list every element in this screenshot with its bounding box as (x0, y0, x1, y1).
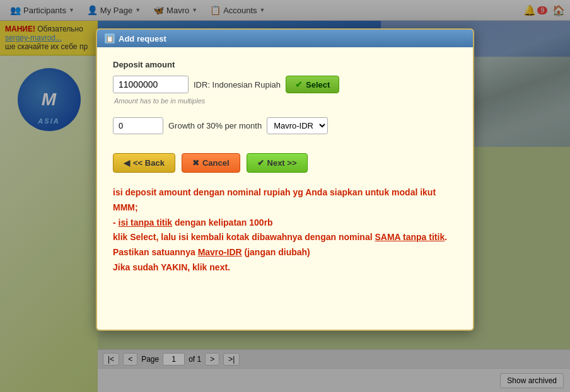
modal-title: Add request (119, 34, 166, 43)
next-button[interactable]: ✔ Next >> (247, 153, 308, 173)
deposit-row: IDR: Indonesian Rupiah ✔ Select (113, 76, 457, 93)
instruction-line-3: klik Select, lalu isi kembali kotak diba… (113, 232, 447, 242)
instruction-line-5: Jika sudah YAKIN, klik next. (113, 262, 230, 272)
currency-label: IDR: Indonesian Rupiah (194, 80, 281, 89)
cancel-icon: ✖ (192, 158, 199, 168)
action-buttons: ◀ << Back ✖ Cancel ✔ Next >> (113, 153, 457, 173)
modal-title-bar: 📋 Add request (97, 30, 473, 47)
instruction-area: isi deposit amount dengan nominal rupiah… (113, 185, 457, 275)
modal-title-icon: 📋 (105, 33, 115, 43)
instruction-line-1: isi deposit amount dengan nominal rupiah… (113, 187, 436, 212)
cancel-label: Cancel (202, 158, 230, 168)
checkmark-icon: ✔ (295, 79, 303, 89)
back-label: << Back (133, 158, 165, 168)
growth-row: Growth of 30% per month Mavro-IDR (113, 117, 457, 134)
deposit-label: Deposit amount (113, 60, 457, 69)
growth-input[interactable] (113, 117, 163, 134)
instruction-line-2: - isi tanpa titik dengan kelipatan 100rb (113, 217, 273, 228)
modal-body: Deposit amount IDR: Indonesian Rupiah ✔ … (97, 47, 473, 288)
instruction-line-4: Pastikan satuannya Mavro-IDR (jangan diu… (113, 247, 310, 257)
growth-label: Growth of 30% per month (168, 121, 262, 130)
next-label: Next >> (267, 158, 297, 168)
multiples-note: Amount has to be in multiples (114, 97, 457, 105)
back-icon: ◀ (124, 158, 130, 168)
select-button[interactable]: ✔ Select (286, 76, 339, 93)
modal-overlay: 📋 Add request Deposit amount IDR: Indone… (0, 0, 570, 392)
back-button[interactable]: ◀ << Back (113, 153, 175, 173)
next-icon: ✔ (257, 158, 264, 168)
amount-input[interactable] (113, 76, 189, 93)
select-label: Select (306, 80, 330, 89)
cancel-button[interactable]: ✖ Cancel (182, 153, 240, 173)
add-request-modal: 📋 Add request Deposit amount IDR: Indone… (96, 28, 474, 331)
mavro-select[interactable]: Mavro-IDR (267, 117, 328, 134)
